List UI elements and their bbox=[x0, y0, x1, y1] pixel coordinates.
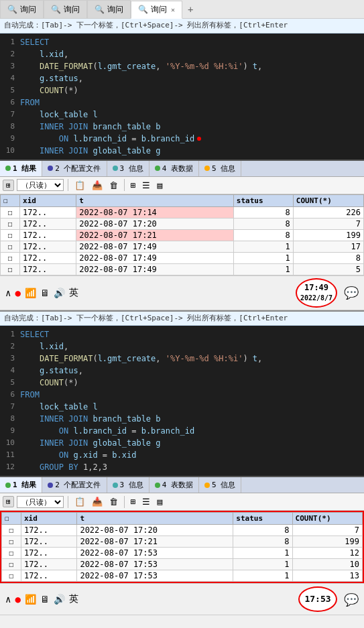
row2-check[interactable]: ☐ bbox=[2, 559, 21, 570]
readonly-select-1[interactable]: （只读） bbox=[17, 179, 64, 191]
row-check[interactable]: ☐ bbox=[1, 218, 20, 229]
taskbar2-display-icon[interactable]: 🖥 bbox=[40, 594, 50, 605]
table-row[interactable]: ☐ 172.. 2022-08-07 17:49 1 8 bbox=[1, 252, 364, 263]
table-row[interactable]: ☐ 172.. 2022-08-07 17:49 1 17 bbox=[1, 241, 364, 252]
taskbar-red-icon[interactable]: ● bbox=[15, 288, 20, 298]
result-table-wrapper-2: ☐ xid t status COUNT(*) ☐ 172.. 2022-08-… bbox=[0, 511, 364, 583]
tab-3[interactable]: 🔍 询问 bbox=[87, 0, 131, 18]
row2-t: 2022-08-07 17:53 bbox=[77, 548, 233, 559]
tab-4[interactable]: 🔍 询问 ✕ bbox=[131, 1, 182, 19]
taskbar2-red-icon[interactable]: ● bbox=[15, 594, 20, 605]
list-icon-1[interactable]: ☰ bbox=[140, 180, 152, 191]
delete-icon-1[interactable]: 🗑 bbox=[107, 180, 120, 191]
taskbar-up-icon[interactable]: ∧ bbox=[5, 288, 11, 298]
table-icon-1[interactable]: ⊞ bbox=[129, 180, 138, 191]
table-header-row-1: ☐ xid t status COUNT(*) bbox=[1, 194, 364, 206]
result-tab-2-info5[interactable]: 5 信息 bbox=[199, 477, 241, 493]
tab-icon-2: 🔍 bbox=[51, 5, 61, 14]
col2-header-xid[interactable]: xid bbox=[21, 513, 77, 525]
grid-view-button-1[interactable]: ⊞ bbox=[3, 180, 14, 191]
row-check[interactable]: ☐ bbox=[1, 252, 20, 263]
col2-header-status[interactable]: status bbox=[233, 513, 292, 525]
code-line-10: 10 INNER JOIN global_table g bbox=[0, 145, 364, 157]
result-tab-2-config[interactable]: 2 个配置文件 bbox=[42, 477, 107, 493]
row-status: 8 bbox=[233, 218, 293, 229]
detail-icon-1[interactable]: ▤ bbox=[155, 180, 164, 191]
row2-count: 199 bbox=[292, 536, 362, 548]
row-status: 8 bbox=[233, 206, 293, 218]
row-count: 17 bbox=[293, 241, 363, 252]
readonly-select-2[interactable]: （只读） bbox=[17, 496, 64, 508]
table-row[interactable]: ☐ 172.. 2022-08-07 17:53 1 12 bbox=[2, 548, 363, 559]
result-tab-1-info5[interactable]: 5 信息 bbox=[199, 161, 241, 176]
toolbar-2: ⊞ （只读） 📋 📥 🗑 ⊞ ☰ ▤ bbox=[0, 493, 364, 511]
result-tab-1-config[interactable]: 2 个配置文件 bbox=[42, 161, 107, 176]
result-tab-1-result[interactable]: 1 结果 bbox=[0, 161, 42, 176]
row-check[interactable]: ☐ bbox=[1, 206, 20, 218]
table-row[interactable]: ☐ 172.. 2022-08-07 17:20 8 7 bbox=[2, 525, 363, 536]
result-tab-dot-4 bbox=[155, 166, 160, 171]
chat-icon-1[interactable]: 💬 bbox=[344, 286, 359, 300]
row2-check[interactable]: ☐ bbox=[2, 570, 21, 582]
row-check[interactable]: ☐ bbox=[1, 229, 20, 241]
time-display-1: 17:49 bbox=[304, 283, 328, 294]
taskbar2-lang-icon[interactable]: 英 bbox=[69, 593, 78, 605]
table-row[interactable]: ☐ 172.. 2022-08-07 17:21 8 199 bbox=[2, 536, 363, 548]
col-header-xid-1[interactable]: xid bbox=[20, 194, 76, 206]
grid-view-button-2[interactable]: ⊞ bbox=[3, 496, 14, 507]
table-row[interactable]: ☐ 172.. 2022-08-07 17:20 8 7 bbox=[1, 218, 364, 229]
table-icon-2[interactable]: ⊞ bbox=[129, 496, 138, 507]
chat-icon-2[interactable]: 💬 bbox=[344, 592, 359, 607]
col-header-t-1[interactable]: t bbox=[76, 194, 234, 206]
code-line-3: 3 DATE_FORMAT(l.gmt_create, '%Y-%m-%d %H… bbox=[0, 60, 364, 72]
import-icon-1[interactable]: 📥 bbox=[90, 180, 105, 191]
delete-icon-2[interactable]: 🗑 bbox=[107, 496, 120, 507]
tab-close-4[interactable]: ✕ bbox=[171, 6, 175, 13]
result-tab2-dot-1 bbox=[5, 483, 11, 488]
result-tab-dot-5 bbox=[204, 166, 210, 171]
taskbar2-wifi-icon[interactable]: 📶 bbox=[25, 594, 36, 605]
row-check[interactable]: ☐ bbox=[1, 263, 20, 275]
copy-icon-1[interactable]: 📋 bbox=[72, 180, 87, 191]
taskbar-volume-icon[interactable]: 🔊 bbox=[54, 288, 65, 298]
import-icon-2[interactable]: 📥 bbox=[90, 496, 105, 507]
table-row[interactable]: ☐ 172.. 2022-08-07 17:21 8 199 bbox=[1, 229, 364, 241]
taskbar2-up-icon[interactable]: ∧ bbox=[5, 594, 11, 605]
tab-label-2: 询问 bbox=[64, 4, 80, 15]
result-tab-2-tabledata[interactable]: 4 表数据 bbox=[149, 477, 199, 493]
code-editor-2[interactable]: 1 SELECT 2 l.xid, 3 DATE_FORMAT(l.gmt_cr… bbox=[0, 326, 364, 477]
taskbar-display-icon[interactable]: 🖥 bbox=[40, 288, 50, 298]
result-tab-2-result[interactable]: 1 结果 bbox=[0, 477, 42, 493]
col-header-status-1[interactable]: status bbox=[233, 194, 293, 206]
row2-xid: 172.. bbox=[21, 559, 77, 570]
col2-header-t[interactable]: t bbox=[77, 513, 233, 525]
detail-icon-2[interactable]: ▤ bbox=[155, 496, 164, 507]
code-editor-1[interactable]: 1 SELECT 2 l.xid, 3 DATE_FORMAT(l.gmt_cr… bbox=[0, 34, 364, 161]
table-row[interactable]: ☐ 172.. 2022-08-07 17:53 1 13 bbox=[2, 570, 363, 582]
row-check[interactable]: ☐ bbox=[1, 241, 20, 252]
taskbar2-volume-icon[interactable]: 🔊 bbox=[54, 594, 65, 605]
taskbar-wifi-icon[interactable]: 📶 bbox=[25, 288, 36, 298]
col2-header-count[interactable]: COUNT(*) bbox=[292, 513, 362, 525]
row2-check[interactable]: ☐ bbox=[2, 525, 21, 536]
result-tab-2-info[interactable]: 3 信息 bbox=[107, 477, 149, 493]
row2-check[interactable]: ☐ bbox=[2, 548, 21, 559]
row-t: 2022-08-07 17:14 bbox=[76, 206, 234, 218]
col-header-count-1[interactable]: COUNT(*) bbox=[293, 194, 363, 206]
row-t: 2022-08-07 17:20 bbox=[76, 218, 234, 229]
result-tab-1-info[interactable]: 3 信息 bbox=[107, 161, 149, 176]
table-row[interactable]: ☐ 172.. 2022-08-07 17:49 1 5 bbox=[1, 263, 364, 275]
taskbar-2: ∧ ● 📶 🖥 🔊 英 17:53 💬 bbox=[0, 583, 364, 615]
code2-line-3: 3 DATE_FORMAT(l.gmt_create, '%Y-%m-%d %H… bbox=[0, 353, 364, 365]
row2-count: 12 bbox=[292, 548, 362, 559]
list-icon-2[interactable]: ☰ bbox=[140, 496, 152, 507]
table-row[interactable]: ☐ 172.. 2022-08-07 17:14 8 226 bbox=[1, 206, 364, 218]
taskbar-lang-icon[interactable]: 英 bbox=[69, 287, 78, 299]
table-row[interactable]: ☐ 172.. 2022-08-07 17:53 1 10 bbox=[2, 559, 363, 570]
tab-2[interactable]: 🔍 询问 bbox=[44, 0, 87, 18]
tab-add-button[interactable]: + bbox=[182, 1, 198, 17]
result-tab-1-tabledata[interactable]: 4 表数据 bbox=[149, 161, 199, 176]
copy-icon-2[interactable]: 📋 bbox=[72, 496, 87, 507]
tab-1[interactable]: 🔍 询问 bbox=[0, 0, 44, 18]
row2-check[interactable]: ☐ bbox=[2, 536, 21, 548]
